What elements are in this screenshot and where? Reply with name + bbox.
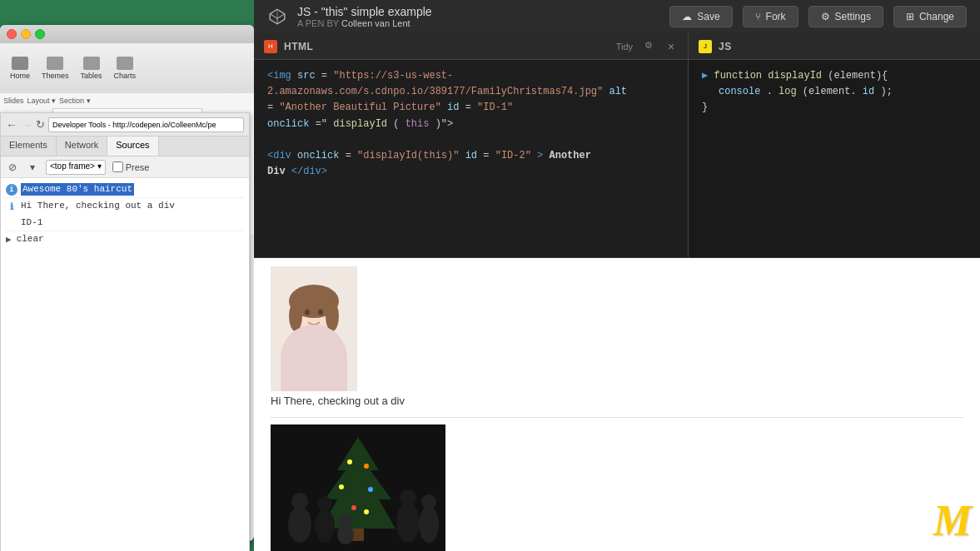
stop-icon[interactable]: ⊘ xyxy=(6,161,19,174)
bg-app-titlebar xyxy=(0,25,254,43)
svg-point-19 xyxy=(351,505,356,510)
svg-point-17 xyxy=(339,484,344,489)
devtools-console-toolbar: ⊘ ▾ <top frame> ▾ Prese xyxy=(1,156,249,178)
js-panel-title: JS xyxy=(719,41,732,52)
html-code-content[interactable]: <img src = "https://s3-us-west- 2.amazon… xyxy=(254,60,688,257)
save-button[interactable]: ☁ Save xyxy=(669,6,732,27)
change-button[interactable]: ⊞ Change xyxy=(893,6,967,27)
grid-icon: ⊞ xyxy=(906,11,914,22)
html-panel-header: H HTML Tidy ⚙ × xyxy=(254,33,688,60)
bg-app-subitems: Slides Layout ▾ Section ▾ xyxy=(3,97,251,105)
fork-icon: ⑂ xyxy=(755,11,761,22)
svg-point-4 xyxy=(285,325,343,391)
console-entry: i Awesome 80's haircut xyxy=(6,181,244,198)
tidy-button[interactable]: Tidy xyxy=(611,40,638,53)
console-clear-text: clear xyxy=(17,233,44,246)
um-letter: M xyxy=(933,499,972,543)
svg-point-27 xyxy=(396,503,420,543)
close-button[interactable] xyxy=(7,29,17,39)
devtools-panel: ← → ↻ Elements Network Sources ⊘ ▾ <top … xyxy=(0,112,250,551)
toolbar-charts[interactable]: Charts xyxy=(111,55,140,82)
preview-image-1-container[interactable]: Hi There, checking out a div xyxy=(271,266,963,407)
svg-point-10 xyxy=(318,310,323,315)
html-icon: H xyxy=(264,40,277,53)
svg-point-7 xyxy=(289,301,302,331)
devtools-console[interactable]: i Awesome 80's haircut ℹ Hi There, check… xyxy=(1,178,249,551)
preview-image-2-container[interactable]: Another Div xyxy=(271,424,963,551)
console-clear-entry: ▶ clear xyxy=(6,231,244,247)
toolbar-themes[interactable]: Themes xyxy=(38,55,72,82)
frame-selector[interactable]: <top frame> ▾ xyxy=(46,160,106,175)
preview-image-1[interactable] xyxy=(271,266,357,391)
svg-point-16 xyxy=(364,464,369,469)
pen-title-group: JS - "this" simple example A PEN BY Coll… xyxy=(297,5,432,28)
gear-icon: ⚙ xyxy=(821,11,830,22)
preview-divider xyxy=(271,417,963,418)
toolbar-tables[interactable]: Tables xyxy=(77,55,106,82)
preview-label-1: Hi There, checking out a div xyxy=(271,395,963,407)
svg-point-9 xyxy=(305,310,310,315)
bg-app-toolbar: Home Themes Tables Charts xyxy=(0,43,254,93)
info-icon: i xyxy=(6,184,17,196)
svg-line-2 xyxy=(277,14,285,19)
js-icon: J xyxy=(699,40,712,53)
um-logo: M xyxy=(933,499,972,543)
svg-point-23 xyxy=(315,509,335,543)
pen-subtitle: A PEN BY Colleen van Lent xyxy=(297,18,432,28)
svg-point-24 xyxy=(317,496,332,511)
desktop: Home Themes Tables Charts Slides Layout … xyxy=(0,0,980,551)
back-icon[interactable]: ← xyxy=(6,118,17,132)
svg-point-11 xyxy=(299,329,329,345)
tab-elements[interactable]: Elements xyxy=(1,137,57,156)
devtools-address-bar: ← → ↻ xyxy=(1,113,249,137)
html-editor-panel: H HTML Tidy ⚙ × <img src = "https://s3-u… xyxy=(254,33,689,257)
preview-area[interactable]: Hi There, checking out a div xyxy=(254,258,980,551)
log-icon: ℹ xyxy=(6,201,17,212)
js-panel-header: J JS xyxy=(689,33,980,60)
fork-button[interactable]: ⑂ Fork xyxy=(743,6,798,27)
reload-icon[interactable]: ↻ xyxy=(36,118,45,131)
panel-close-icon[interactable]: × xyxy=(664,40,678,53)
editor-area: H HTML Tidy ⚙ × <img src = "https://s3-u… xyxy=(254,33,980,258)
svg-point-28 xyxy=(400,489,416,506)
devtools-tabs: Elements Network Sources xyxy=(1,137,249,156)
tab-network[interactable]: Network xyxy=(57,137,107,156)
svg-point-29 xyxy=(419,506,439,543)
cloud-icon: ☁ xyxy=(682,11,692,22)
svg-point-18 xyxy=(368,487,373,492)
panel-settings-icon[interactable]: ⚙ xyxy=(644,40,658,53)
codepen-titlebar: JS - "this" simple example A PEN BY Coll… xyxy=(254,0,980,33)
svg-point-22 xyxy=(291,493,308,509)
tab-sources[interactable]: Sources xyxy=(107,137,158,156)
pen-title: JS - "this" simple example xyxy=(297,5,432,18)
browser-area: JS - "this" simple example A PEN BY Coll… xyxy=(254,0,980,551)
preview-image-2[interactable] xyxy=(271,424,445,551)
settings-button[interactable]: ⚙ Settings xyxy=(808,6,883,27)
address-input[interactable] xyxy=(48,117,244,132)
console-log-line1: Hi There, checking out a div xyxy=(21,200,175,212)
svg-rect-14 xyxy=(352,529,364,541)
minimize-button[interactable] xyxy=(21,29,31,39)
arrow-icon: ▶ xyxy=(6,234,12,245)
filter-icon[interactable]: ▾ xyxy=(26,161,39,174)
console-entry: ℹ Hi There, checking out a div ID-1 xyxy=(6,198,244,231)
svg-point-20 xyxy=(364,509,369,514)
svg-point-8 xyxy=(326,301,339,331)
svg-point-30 xyxy=(421,494,436,509)
html-panel-title: HTML xyxy=(284,41,313,52)
preserve-log-checkbox[interactable]: Prese xyxy=(112,161,150,172)
svg-point-21 xyxy=(288,506,311,543)
toolbar-home[interactable]: Home xyxy=(7,55,33,82)
js-editor-panel: J JS ▶ function displayId (element){ con… xyxy=(689,33,980,257)
svg-line-1 xyxy=(270,14,277,19)
forward-icon[interactable]: → xyxy=(21,118,32,132)
console-log-line2: ID-1 xyxy=(21,217,42,227)
codepen-logo xyxy=(267,7,287,27)
maximize-button[interactable] xyxy=(35,29,45,39)
svg-point-15 xyxy=(347,459,352,464)
svg-point-26 xyxy=(339,514,352,528)
console-text-highlighted: Awesome 80's haircut xyxy=(21,183,134,196)
js-code-content[interactable]: ▶ function displayId (element){ console … xyxy=(689,60,980,257)
